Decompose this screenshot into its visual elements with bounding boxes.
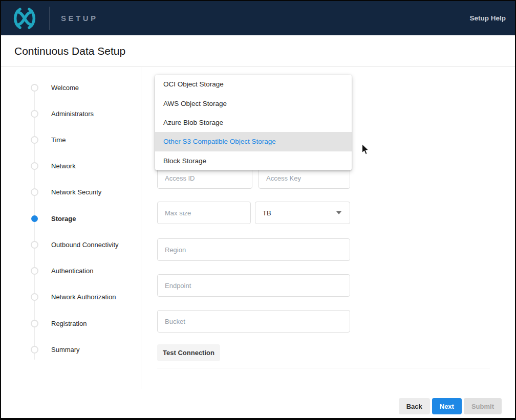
sidebar-item-network-security[interactable]: Network Security: [31, 187, 101, 197]
sidebar-item-authentication[interactable]: Authentication: [31, 266, 93, 276]
step-circle-icon: [31, 241, 38, 249]
sidebar-item-outbound-connectivity[interactable]: Outbound Connectivity: [31, 239, 119, 250]
step-circle-icon: [31, 136, 38, 144]
chevron-down-icon: [336, 211, 341, 214]
step-label: Registration: [51, 320, 87, 327]
sidebar-item-summary[interactable]: Summary: [31, 344, 80, 355]
step-label: Storage: [51, 215, 76, 223]
sidebar-item-registration[interactable]: Registration: [31, 318, 87, 328]
menu-option-azure-blob-storage[interactable]: Azure Blob Storage: [155, 113, 352, 132]
access-id-input[interactable]: [157, 167, 252, 189]
test-connection-button[interactable]: Test Connection: [157, 344, 220, 361]
page-title: Continuous Data Setup: [14, 45, 125, 57]
step-label: Administrators: [51, 110, 94, 118]
sidebar-item-administrators[interactable]: Administrators: [31, 108, 94, 119]
step-label: Outbound Connectivity: [51, 241, 119, 249]
submit-button[interactable]: Submit: [464, 398, 502, 414]
sidebar-item-welcome[interactable]: Welcome: [31, 82, 79, 93]
sidebar-item-time[interactable]: Time: [31, 135, 66, 145]
mouse-cursor-icon: [361, 144, 370, 158]
menu-option-other-s3-compatible[interactable]: Other S3 Compatible Object Storage: [155, 132, 352, 151]
endpoint-input[interactable]: [157, 274, 350, 297]
region-input[interactable]: [157, 238, 350, 261]
page-title-bar: Continuous Data Setup: [1, 35, 515, 67]
content-divider: [157, 368, 490, 368]
step-label: Authentication: [51, 267, 93, 275]
step-circle-icon: [31, 293, 38, 301]
storage-type-dropdown-menu: OCI Object Storage AWS Object Storage Az…: [155, 75, 352, 170]
unit-selected-value: TB: [263, 209, 336, 217]
footer-actions: Back Next Submit: [399, 398, 502, 414]
step-label: Network Authorization: [51, 293, 116, 301]
app-window: SETUP Setup Help Continuous Data Setup W…: [0, 0, 516, 420]
header-divider: [49, 7, 50, 30]
next-button[interactable]: Next: [432, 398, 462, 414]
bucket-input[interactable]: [157, 310, 350, 333]
step-circle-active-icon: [31, 215, 38, 222]
sidebar-item-storage[interactable]: Storage: [31, 213, 76, 224]
step-circle-icon: [31, 320, 38, 327]
max-size-input[interactable]: [157, 202, 251, 224]
step-circle-icon: [31, 267, 38, 275]
sidebar-item-network-authorization[interactable]: Network Authorization: [31, 292, 116, 302]
step-label: Summary: [51, 346, 80, 353]
wizard-sidebar: Welcome Administrators Time Network Netw…: [1, 67, 141, 389]
step-circle-icon: [31, 346, 38, 353]
menu-option-oci-object-storage[interactable]: OCI Object Storage: [155, 75, 352, 94]
top-header-bar: SETUP Setup Help: [1, 1, 515, 35]
delphix-logo-icon: [10, 7, 39, 30]
step-label: Time: [51, 136, 66, 144]
step-label: Welcome: [51, 84, 79, 92]
step-circle-icon: [31, 84, 38, 92]
step-label: Network Security: [51, 188, 101, 196]
step-label: Network: [51, 162, 76, 170]
setup-help-link[interactable]: Setup Help: [469, 14, 506, 22]
menu-option-block-storage[interactable]: Block Storage: [155, 151, 352, 170]
max-size-unit-select[interactable]: TB: [255, 202, 350, 224]
access-key-input[interactable]: [259, 167, 350, 189]
sidebar-item-network[interactable]: Network: [31, 161, 76, 171]
app-name: SETUP: [61, 14, 98, 23]
menu-option-aws-object-storage[interactable]: AWS Object Storage: [155, 94, 352, 113]
step-circle-icon: [31, 162, 38, 170]
step-circle-icon: [31, 188, 38, 196]
back-button[interactable]: Back: [399, 398, 430, 414]
step-circle-icon: [31, 110, 38, 118]
